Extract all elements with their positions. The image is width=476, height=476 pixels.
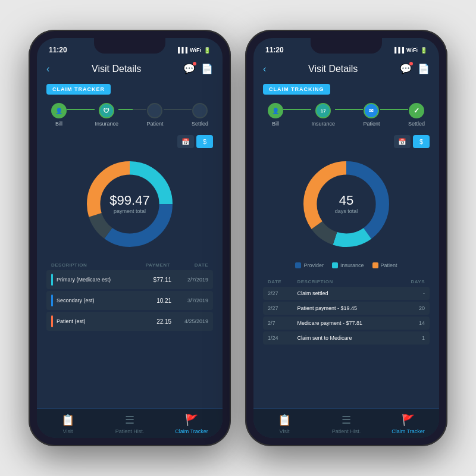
legend-dot-provider	[295, 262, 301, 268]
nav-visit-icon-2: 📋	[278, 414, 291, 427]
row-days-2c: 14	[396, 320, 425, 326]
legend-2: Provider Insurance Patient	[263, 260, 430, 271]
row-date-1b: 3/7/2019	[171, 298, 208, 303]
accent-1a	[51, 274, 53, 286]
row-desc-1b: Secondary (est)	[57, 298, 126, 303]
row-date-2d: 1/24	[268, 335, 298, 341]
nav-visit-2[interactable]: 📋 Visit	[253, 414, 315, 434]
step-circle-set-2: ✓	[409, 103, 424, 118]
step-line-2a	[283, 109, 311, 110]
table-header-1: DESCRIPTION PAYMENT DATE	[46, 260, 213, 270]
chart-area-1: $99.47 payment total	[46, 154, 213, 254]
table-1: DESCRIPTION PAYMENT DATE Primary (Medica…	[46, 260, 213, 403]
nav-claim-1[interactable]: 🚩 Claim Tracker	[161, 414, 223, 434]
status-icons-1: ▐▐▐ WiFi 🔋	[176, 47, 211, 54]
step-line-2b	[335, 109, 363, 110]
signal-icon-2: ▐▐▐	[393, 47, 404, 53]
legend-provider: Provider	[295, 262, 324, 268]
step-circle-pat-2: ✉	[364, 103, 379, 118]
th-payment-1: PAYMENT	[123, 262, 170, 268]
content-2: CLAIM TRACKING 👤 Bill 17 Insurance	[253, 78, 439, 408]
th-desc-1: DESCRIPTION	[51, 262, 123, 268]
donut-label-2: days total	[335, 208, 358, 214]
nav-claim-icon-2: 🚩	[402, 414, 415, 427]
steps-2: 👤 Bill 17 Insurance ✉ Patient	[263, 101, 430, 129]
row-date-2b: 2/27	[268, 305, 298, 311]
step-label-ins-2: Insurance	[311, 121, 335, 127]
nav-claim-icon-1: 🚩	[185, 414, 198, 427]
nav-hist-label-2: Patient Hist.	[332, 428, 361, 434]
table-2: DATE DESCRIPTION DAYS 2/27 Claim settled…	[263, 277, 430, 403]
nav-title-1: Visit Details	[49, 64, 183, 74]
file-icon-2[interactable]: 📄	[418, 63, 430, 74]
notch-2	[311, 38, 382, 54]
message-icon-1[interactable]: 💬	[183, 63, 195, 74]
step-label-bill-1: Bill	[55, 121, 62, 127]
dollar-toggle-1[interactable]: $	[196, 135, 213, 148]
status-time-2: 11:20	[265, 46, 284, 54]
step-settled-2: ✓ Settled	[408, 103, 425, 127]
bottom-nav-1: 📋 Visit ☰ Patient Hist. 🚩 Claim Tracker	[37, 408, 223, 438]
phone-2-screen: 11:20 ↗ ▐▐▐ WiFi 🔋 ‹ Visit Details 💬 📄	[253, 38, 439, 438]
step-circle-pat-1	[147, 103, 162, 118]
notch-1	[94, 38, 165, 54]
nav-visit-icon-1: 📋	[61, 414, 74, 427]
th-date-1: DATE	[170, 262, 208, 268]
row-date-2a: 2/27	[268, 290, 298, 296]
legend-dot-insurance	[332, 262, 338, 268]
nav-claim-2[interactable]: 🚩 Claim Tracker	[377, 414, 439, 434]
row-pay-1c: 22.15	[126, 318, 171, 325]
table-row-1b: Secondary (est) 10.21 3/7/2019	[46, 291, 213, 310]
legend-patient: Patient	[372, 262, 397, 268]
file-icon-1[interactable]: 📄	[201, 63, 213, 74]
content-1: CLAIM TRACKER 👤 Bill 🛡 Insurance	[37, 78, 223, 408]
step-bill-2: 👤 Bill	[268, 103, 283, 127]
step-line-1c	[164, 109, 192, 110]
table-row-1a: Primary (Medicare est) $77.11 2/7/2019	[46, 270, 213, 289]
nav-bar-2: ‹ Visit Details 💬 📄	[253, 60, 439, 78]
row-pay-1b: 10.21	[126, 298, 171, 304]
legend-label-patient: Patient	[381, 262, 397, 268]
nav-visit-label-2: Visit	[280, 428, 290, 434]
status-icons-2: ▐▐▐ WiFi 🔋	[393, 47, 427, 54]
legend-label-provider: Provider	[303, 262, 324, 268]
calendar-toggle-2[interactable]: 📅	[394, 135, 411, 148]
step-patient-2: ✉ Patient	[363, 103, 380, 127]
donut-value-1: $99.47	[109, 194, 149, 207]
phone-1-screen: 11:20 ↗ ▐▐▐ WiFi 🔋 ‹ Visit Details 💬 📄	[37, 38, 223, 438]
accent-1c	[51, 315, 53, 327]
step-insurance-2: 17 Insurance	[311, 103, 335, 127]
nav-visit-1[interactable]: 📋 Visit	[37, 414, 99, 434]
nav-icons-2: 💬 📄	[400, 63, 430, 74]
badge-label-1: CLAIM TRACKER	[46, 84, 111, 95]
battery-icon-2: 🔋	[420, 47, 427, 54]
nav-claim-label-2: Claim Tracker	[392, 428, 425, 434]
dollar-toggle-2[interactable]: $	[413, 135, 430, 148]
donut-value-2: 45	[339, 194, 353, 207]
status-time-1: 11:20	[49, 46, 67, 54]
table-row-2c: 2/7 Medicare payment - $77.81 14	[263, 317, 430, 330]
table-row-2d: 1/24 Claim sent to Medicare 1	[263, 331, 430, 345]
badge-label-2: CLAIM TRACKING	[263, 84, 330, 95]
calendar-toggle-1[interactable]: 📅	[177, 135, 194, 148]
step-circle-bill-2: 👤	[268, 103, 283, 118]
chart-area-2: 45 days total	[263, 154, 430, 254]
step-circle-set-1	[192, 103, 208, 118]
row-desc-2c: Medicare payment - $77.81	[298, 320, 396, 326]
message-icon-2[interactable]: 💬	[400, 63, 412, 74]
nav-hist-1[interactable]: ☰ Patient Hist.	[99, 414, 161, 434]
nav-title-2: Visit Details	[266, 64, 400, 74]
step-bill-1: 👤 Bill	[51, 103, 67, 127]
wifi-icon-1: WiFi	[190, 47, 201, 53]
claim-badge-1: CLAIM TRACKER	[46, 83, 213, 95]
legend-insurance: Insurance	[332, 262, 364, 268]
step-label-ins-1: Insurance	[95, 121, 118, 127]
step-label-pat-1: Patient	[146, 121, 163, 127]
phone-1: 11:20 ↗ ▐▐▐ WiFi 🔋 ‹ Visit Details 💬 📄	[29, 30, 231, 446]
legend-label-insurance: Insurance	[340, 262, 364, 268]
row-date-2c: 2/7	[268, 320, 298, 326]
table-row-1c: Patient (est) 22.15 4/25/2019	[46, 312, 213, 331]
step-label-pat-2: Patient	[363, 121, 380, 127]
nav-hist-2[interactable]: ☰ Patient Hist.	[315, 414, 377, 434]
step-circle-ins-2: 17	[315, 103, 331, 118]
